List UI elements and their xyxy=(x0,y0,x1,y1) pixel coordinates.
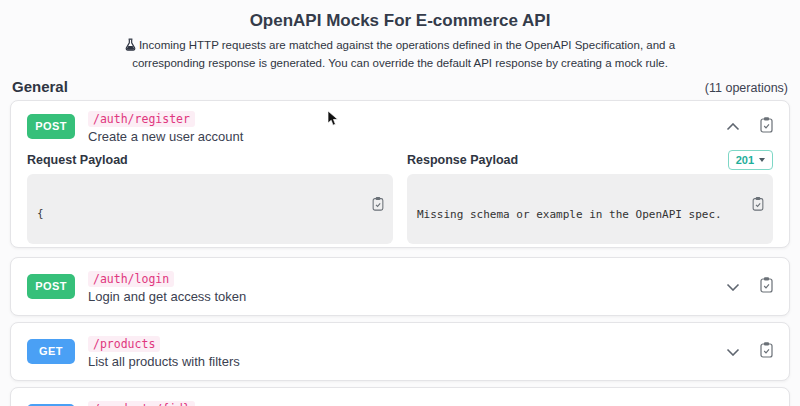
operation-info: /products List all products with filters xyxy=(88,334,706,369)
operation-header-product-by-id[interactable]: GET /products/{id} Get product details b… xyxy=(11,388,789,406)
section-title: General xyxy=(12,78,68,95)
response-payload-label: Response Payload xyxy=(407,153,518,167)
operation-card-products: GET /products List all products with fil… xyxy=(10,322,790,381)
operation-info: /auth/login Login and get access token xyxy=(88,269,706,304)
operation-info: /products/{id} Get product details by ID xyxy=(88,399,706,406)
method-badge: GET xyxy=(27,339,75,364)
clipboard-icon xyxy=(760,341,773,361)
copy-endpoint-button[interactable] xyxy=(760,116,773,136)
operation-header-products[interactable]: GET /products List all products with fil… xyxy=(11,323,789,380)
operation-path: /auth/login xyxy=(88,271,174,287)
section-header: General (11 operations) xyxy=(0,72,800,100)
operation-path: /products xyxy=(88,336,160,352)
method-badge: POST xyxy=(27,274,75,299)
expand-button[interactable] xyxy=(726,344,740,359)
payload-section: Request Payload { "email": "Adrien_Schmi… xyxy=(11,149,789,247)
copy-response-payload-button[interactable] xyxy=(708,181,764,229)
response-payload-column: Response Payload 201 Missing schema or e… xyxy=(407,149,773,244)
page-note: Incoming HTTP requests are matched again… xyxy=(90,38,710,72)
collapse-button[interactable] xyxy=(726,119,740,134)
operation-path: /auth/register xyxy=(88,111,195,127)
operation-card-auth-login: POST /auth/login Login and get access to… xyxy=(10,257,790,316)
status-code-value: 201 xyxy=(736,154,754,166)
clipboard-check-icon xyxy=(752,199,764,214)
clipboard-check-icon xyxy=(372,199,384,214)
flask-icon xyxy=(125,38,136,56)
copy-endpoint-button[interactable] xyxy=(760,276,773,296)
request-payload-column: Request Payload { "email": "Adrien_Schmi… xyxy=(27,149,393,244)
page-title: OpenAPI Mocks For E-commerce API xyxy=(0,11,800,31)
response-payload-header: Response Payload 201 xyxy=(407,149,773,171)
request-payload-code: { "email": "Adrien_Schmitt21@hotmail.com… xyxy=(27,174,393,244)
operations-list: POST /auth/register Create a new user ac… xyxy=(0,100,800,406)
operation-description: List all products with filters xyxy=(88,354,706,369)
operation-info: /auth/register Create a new user account xyxy=(88,109,706,144)
page-note-text: Incoming HTTP requests are matched again… xyxy=(132,39,675,69)
operation-description: Create a new user account xyxy=(88,129,706,144)
mouse-cursor xyxy=(327,110,339,131)
operation-card-product-by-id: GET /products/{id} Get product details b… xyxy=(10,387,790,406)
chevron-up-icon xyxy=(726,119,740,134)
request-payload-header: Request Payload xyxy=(27,149,393,171)
operation-description: Login and get access token xyxy=(88,289,706,304)
operation-header-auth-login[interactable]: POST /auth/login Login and get access to… xyxy=(11,258,789,315)
copy-endpoint-button[interactable] xyxy=(760,341,773,361)
chevron-down-icon xyxy=(759,158,765,162)
clipboard-icon xyxy=(760,116,773,136)
operations-count: (11 operations) xyxy=(705,81,788,95)
status-code-dropdown[interactable]: 201 xyxy=(728,150,773,170)
chevron-down-icon xyxy=(726,279,740,294)
response-payload-code: Missing schema or example in the OpenAPI… xyxy=(407,174,773,244)
clipboard-icon xyxy=(760,276,773,296)
copy-request-payload-button[interactable] xyxy=(328,181,384,229)
chevron-down-icon xyxy=(726,344,740,359)
operation-card-auth-register: POST /auth/register Create a new user ac… xyxy=(10,100,790,248)
method-badge: POST xyxy=(27,114,75,139)
expand-button[interactable] xyxy=(726,279,740,294)
page-header: OpenAPI Mocks For E-commerce API Incomin… xyxy=(0,0,800,72)
operation-path: /products/{id} xyxy=(88,401,195,406)
operation-header-auth-register[interactable]: POST /auth/register Create a new user ac… xyxy=(11,101,789,149)
request-payload-label: Request Payload xyxy=(27,153,128,167)
